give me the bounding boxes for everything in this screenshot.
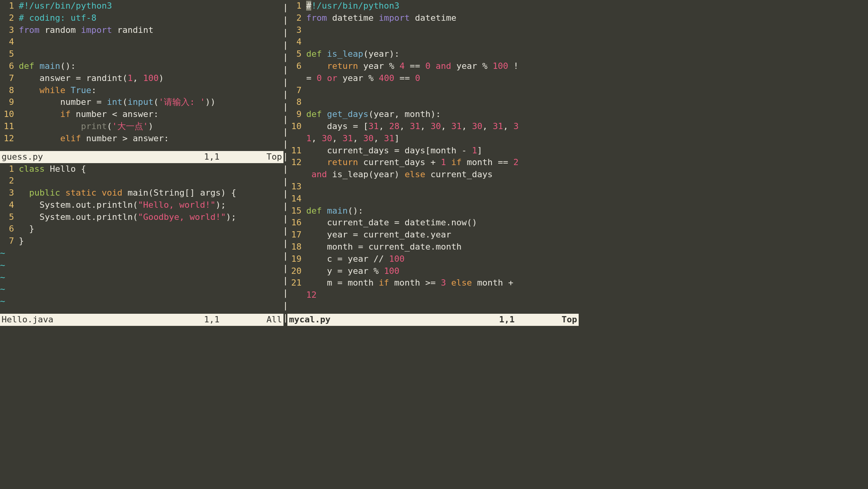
code-content[interactable]: System.out.println("Hello, world!");: [19, 199, 283, 211]
code-content[interactable]: # coding: utf-8: [19, 12, 283, 24]
code-content[interactable]: [306, 24, 579, 36]
code-line[interactable]: 11 print('大一点'): [0, 120, 283, 133]
code-content[interactable]: return year % 4 == 0 and year % 100 !: [306, 60, 579, 72]
code-line[interactable]: 7: [287, 84, 579, 97]
code-line[interactable]: 4 System.out.println("Hello, world!");: [0, 199, 283, 211]
code-content[interactable]: m = month if month >= 3 else month +: [306, 277, 579, 289]
code-line[interactable]: 8 while True:: [0, 84, 283, 97]
code-content[interactable]: elif number > answer:: [19, 133, 283, 145]
code-line[interactable]: 1class Hello {: [0, 163, 283, 175]
code-content[interactable]: while True:: [19, 84, 283, 97]
code-line[interactable]: 2# coding: utf-8: [0, 12, 283, 24]
code-line[interactable]: 3from random import randint: [0, 24, 283, 36]
code-line[interactable]: 11 current_days = days[month - 1]: [287, 145, 579, 157]
code-content[interactable]: #!/usr/bin/python3: [19, 0, 283, 12]
code-line[interactable]: 5def is_leap(year):: [287, 48, 579, 60]
pane-guess[interactable]: 1#!/usr/bin/python32# coding: utf-83from…: [0, 0, 283, 151]
code-line[interactable]: 1#!/usr/bin/python3: [287, 0, 579, 12]
pane-hello[interactable]: 1class Hello {23 public static void main…: [0, 163, 283, 314]
code-line[interactable]: and is_leap(year) else current_days: [287, 169, 579, 181]
code-line[interactable]: 9 number = int(input('请输入: ')): [0, 96, 283, 108]
code-line[interactable]: 4: [287, 36, 579, 48]
code-line[interactable]: 5: [0, 48, 283, 60]
code-line[interactable]: 19 c = year // 100: [287, 253, 579, 265]
code-content[interactable]: c = year // 100: [306, 253, 579, 265]
code-content[interactable]: from random import randint: [19, 24, 283, 36]
line-number: 15: [287, 205, 306, 217]
code-line[interactable]: 14: [287, 193, 579, 205]
code-line[interactable]: 17 year = current_date.year: [287, 229, 579, 241]
code-content[interactable]: answer = randint(1, 100): [19, 72, 283, 84]
code-line[interactable]: 12 return current_days + 1 if month == 2: [287, 156, 579, 169]
status-scroll: Top: [561, 314, 577, 326]
code-line[interactable]: 3: [287, 24, 579, 36]
code-content[interactable]: 12: [306, 289, 579, 301]
code-content[interactable]: and is_leap(year) else current_days: [306, 169, 579, 181]
left-column: 1#!/usr/bin/python32# coding: utf-83from…: [0, 0, 283, 326]
pane-mycal[interactable]: 1#!/usr/bin/python32from datetime import…: [287, 0, 579, 314]
line-number: 7: [287, 84, 306, 97]
code-line[interactable]: 2: [0, 175, 283, 187]
code-content[interactable]: print('大一点'): [19, 120, 283, 133]
code-content[interactable]: }: [19, 223, 283, 235]
code-content[interactable]: return current_days + 1 if month == 2: [306, 156, 579, 169]
status-filename: Hello.java: [2, 314, 53, 326]
code-line[interactable]: 7}: [0, 235, 283, 247]
vertical-split-divider[interactable]: ||||||||||||||||||||||||||: [283, 0, 287, 326]
code-line[interactable]: 6def main():: [0, 60, 283, 72]
code-content[interactable]: def is_leap(year):: [306, 48, 579, 60]
code-line[interactable]: 10 if number < answer:: [0, 108, 283, 120]
code-content[interactable]: [306, 96, 579, 108]
code-line[interactable]: 1#!/usr/bin/python3: [0, 0, 283, 12]
code-content[interactable]: from datetime import datetime: [306, 12, 579, 24]
code-content[interactable]: def get_days(year, month):: [306, 108, 579, 120]
code-line[interactable]: 12: [287, 289, 579, 301]
status-filename: guess.py: [2, 151, 43, 163]
code-content[interactable]: y = year % 100: [306, 265, 579, 277]
code-content[interactable]: current_date = datetime.now(): [306, 217, 579, 229]
code-content[interactable]: [306, 193, 579, 205]
code-content[interactable]: [19, 48, 283, 60]
code-content[interactable]: current_days = days[month - 1]: [306, 145, 579, 157]
code-line[interactable]: 6 }: [0, 223, 283, 235]
code-line[interactable]: 2from datetime import datetime: [287, 12, 579, 24]
code-line[interactable]: 7 answer = randint(1, 100): [0, 72, 283, 84]
code-line[interactable]: 3 public static void main(String[] args)…: [0, 187, 283, 199]
code-content[interactable]: [306, 181, 579, 193]
code-line[interactable]: 13: [287, 181, 579, 193]
code-content[interactable]: [19, 36, 283, 48]
line-number: 3: [0, 24, 19, 36]
code-content[interactable]: [19, 175, 283, 187]
code-line[interactable]: 10 days = [31, 28, 31, 30, 31, 30, 31, 3: [287, 120, 579, 133]
code-content[interactable]: year = current_date.year: [306, 229, 579, 241]
code-content[interactable]: System.out.println("Goodbye, world!");: [19, 211, 283, 223]
code-content[interactable]: [306, 84, 579, 97]
code-line[interactable]: 12 elif number > answer:: [0, 133, 283, 145]
code-content[interactable]: days = [31, 28, 31, 30, 31, 30, 31, 3: [306, 120, 579, 133]
code-line[interactable]: 15def main():: [287, 205, 579, 217]
code-content[interactable]: = 0 or year % 400 == 0: [306, 72, 579, 84]
code-line[interactable]: 21 m = month if month >= 3 else month +: [287, 277, 579, 289]
code-content[interactable]: 1, 30, 31, 30, 31]: [306, 133, 579, 145]
code-line[interactable]: 5 System.out.println("Goodbye, world!");: [0, 211, 283, 223]
code-line[interactable]: 4: [0, 36, 283, 48]
code-line[interactable]: = 0 or year % 400 == 0: [287, 72, 579, 84]
code-content[interactable]: month = current_date.month: [306, 241, 579, 253]
code-content[interactable]: }: [19, 235, 283, 247]
code-content[interactable]: public static void main(String[] args) {: [19, 187, 283, 199]
code-line[interactable]: 16 current_date = datetime.now(): [287, 217, 579, 229]
code-line[interactable]: 6 return year % 4 == 0 and year % 100 !: [287, 60, 579, 72]
code-line[interactable]: 8: [287, 96, 579, 108]
code-content[interactable]: #!/usr/bin/python3: [306, 0, 579, 12]
code-line[interactable]: 1, 30, 31, 30, 31]: [287, 133, 579, 145]
code-line[interactable]: 18 month = current_date.month: [287, 241, 579, 253]
code-content[interactable]: number = int(input('请输入: ')): [19, 96, 283, 108]
code-content[interactable]: if number < answer:: [19, 108, 283, 120]
line-number: 12: [287, 156, 306, 169]
code-content[interactable]: def main():: [19, 60, 283, 72]
code-content[interactable]: class Hello {: [19, 163, 283, 175]
code-content[interactable]: [306, 36, 579, 48]
code-content[interactable]: def main():: [306, 205, 579, 217]
code-line[interactable]: 20 y = year % 100: [287, 265, 579, 277]
code-line[interactable]: 9def get_days(year, month):: [287, 108, 579, 120]
